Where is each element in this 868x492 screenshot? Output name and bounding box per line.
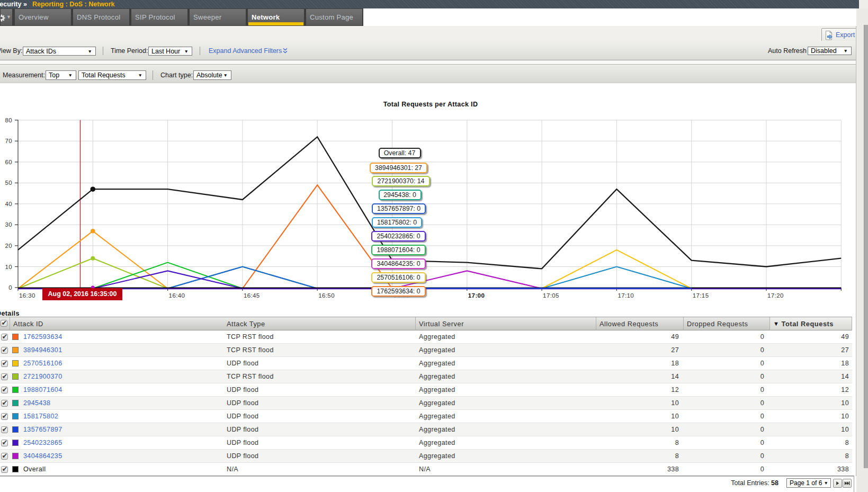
- svg-text:60: 60: [5, 159, 12, 165]
- svg-text:70: 70: [5, 138, 12, 144]
- svg-text:17:15: 17:15: [693, 292, 709, 299]
- svg-text:17:10: 17:10: [618, 292, 634, 299]
- svg-text:16:30: 16:30: [19, 292, 35, 299]
- svg-text:17:05: 17:05: [543, 292, 559, 299]
- svg-text:17:20: 17:20: [767, 292, 784, 299]
- svg-text:80: 80: [5, 117, 12, 123]
- svg-text:17:00: 17:00: [468, 292, 485, 299]
- svg-text:16:50: 16:50: [318, 292, 335, 299]
- svg-text:0: 0: [8, 284, 12, 291]
- svg-text:30: 30: [5, 221, 12, 228]
- svg-text:16:45: 16:45: [244, 292, 260, 299]
- svg-text:20: 20: [5, 243, 12, 249]
- svg-text:16:40: 16:40: [169, 292, 185, 299]
- svg-text:50: 50: [5, 180, 12, 186]
- svg-text:40: 40: [5, 201, 12, 207]
- svg-text:10: 10: [5, 264, 12, 270]
